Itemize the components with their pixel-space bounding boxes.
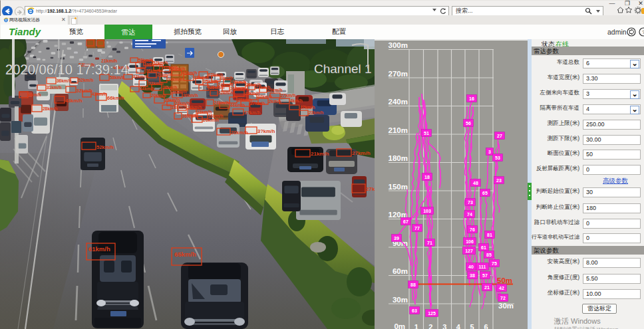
svg-text:30km/h: 30km/h [183, 93, 198, 98]
svg-text:67: 67 [403, 219, 408, 224]
svg-text:30m: 30m [498, 302, 514, 310]
svg-text:300m: 300m [389, 41, 408, 49]
svg-text:38: 38 [470, 273, 475, 278]
svg-text:24km/h: 24km/h [218, 82, 233, 87]
svg-text:39: 39 [394, 236, 399, 241]
svg-text:98km/h: 98km/h [146, 62, 161, 67]
svg-text:21km/h: 21km/h [311, 151, 329, 157]
svg-text:56: 56 [466, 121, 471, 126]
svg-text:30m: 30m [393, 296, 408, 304]
svg-text:2: 2 [428, 323, 432, 329]
svg-text:23km/h: 23km/h [309, 110, 323, 115]
svg-text:52km/h: 52km/h [96, 144, 114, 150]
svg-text:85: 85 [486, 253, 492, 257]
svg-text:4: 4 [456, 323, 461, 329]
svg-text:27km/h: 27km/h [281, 93, 295, 98]
svg-text:72: 72 [500, 296, 506, 300]
svg-text:24km/h: 24km/h [168, 77, 182, 82]
svg-text:2?km/h: 2?km/h [244, 110, 261, 115]
svg-text:43km/h: 43km/h [65, 98, 82, 104]
svg-text:65: 65 [482, 191, 488, 195]
svg-text:23: 23 [496, 178, 502, 183]
svg-text:44km/h: 44km/h [230, 103, 245, 108]
svg-text:40: 40 [468, 265, 474, 269]
svg-text:29km/h: 29km/h [267, 88, 282, 92]
svg-text:26km/h: 26km/h [203, 118, 219, 122]
svg-text:36km/h: 36km/h [57, 78, 71, 83]
svg-text:20km/h: 20km/h [151, 93, 166, 98]
svg-text:27km/h: 27km/h [300, 105, 315, 110]
svg-text:6: 6 [484, 323, 488, 329]
svg-text:27km/h: 27km/h [250, 101, 265, 106]
svg-text:73: 73 [468, 200, 473, 205]
svg-text:61: 61 [481, 245, 486, 250]
svg-text:81: 81 [487, 233, 492, 237]
svg-text:71: 71 [427, 241, 432, 245]
svg-text:36km/h: 36km/h [182, 114, 197, 118]
svg-text:125: 125 [428, 311, 436, 316]
svg-text:1: 1 [414, 323, 418, 329]
svg-text:31km/h: 31km/h [47, 85, 61, 90]
svg-text:3: 3 [488, 150, 491, 154]
svg-text:66km/h: 66km/h [107, 95, 124, 101]
svg-text:3: 3 [442, 323, 446, 329]
svg-text:150m: 150m [389, 183, 408, 191]
svg-text:27km: 27km [366, 186, 375, 192]
svg-text:111: 111 [479, 265, 486, 269]
svg-text:42: 42 [499, 286, 504, 290]
svg-text:210m: 210m [389, 126, 408, 134]
svg-text:76: 76 [470, 227, 475, 232]
svg-text:127: 127 [465, 249, 473, 253]
svg-text:61km/h: 61km/h [88, 245, 110, 253]
svg-text:52km/h: 52km/h [79, 78, 93, 82]
svg-text:27: 27 [497, 134, 502, 138]
svg-text:48: 48 [473, 181, 478, 185]
svg-text:5: 5 [470, 323, 474, 329]
svg-text:51: 51 [424, 131, 429, 136]
svg-text:16: 16 [469, 96, 474, 101]
svg-text:75: 75 [492, 261, 497, 266]
svg-text:25km/h: 25km/h [204, 79, 218, 84]
svg-text:77: 77 [414, 226, 420, 231]
svg-text:32km/h: 32km/h [148, 81, 163, 86]
svg-text:27km/h: 27km/h [352, 150, 371, 156]
svg-text:Channel 1: Channel 1 [314, 62, 372, 76]
svg-text:18: 18 [424, 175, 430, 179]
svg-text:180m: 180m [389, 154, 408, 162]
svg-text:4km/h: 4km/h [29, 92, 41, 97]
svg-text:3?km/h: 3?km/h [257, 128, 275, 134]
svg-text:106: 106 [466, 239, 474, 244]
svg-text:60m: 60m [393, 267, 408, 275]
svg-text:43km/h: 43km/h [133, 74, 148, 79]
svg-text:18km/h: 18km/h [172, 105, 186, 110]
svg-text:103: 103 [423, 209, 431, 213]
svg-text:57: 57 [482, 273, 488, 278]
svg-text:50m: 50m [497, 276, 512, 284]
svg-text:28km/h: 28km/h [43, 106, 57, 111]
svg-text:2020/06/10 17:39:14: 2020/06/10 17:39:14 [5, 61, 128, 78]
svg-text:74: 74 [467, 212, 472, 217]
svg-text:26km/h: 26km/h [208, 114, 223, 118]
svg-text:43km/h: 43km/h [92, 92, 106, 96]
svg-text:21: 21 [484, 285, 490, 290]
svg-text:4km/h: 4km/h [290, 98, 303, 103]
svg-text:63: 63 [412, 308, 417, 313]
svg-text:0m: 0m [394, 322, 405, 329]
svg-text:65km/h: 65km/h [174, 251, 196, 258]
svg-text:88: 88 [410, 282, 416, 287]
svg-text:32km/h: 32km/h [77, 88, 92, 93]
svg-text:270m: 270m [389, 70, 408, 78]
svg-text:44km/h: 44km/h [140, 86, 154, 91]
svg-text:53: 53 [495, 156, 500, 160]
svg-text:240m: 240m [389, 98, 408, 106]
